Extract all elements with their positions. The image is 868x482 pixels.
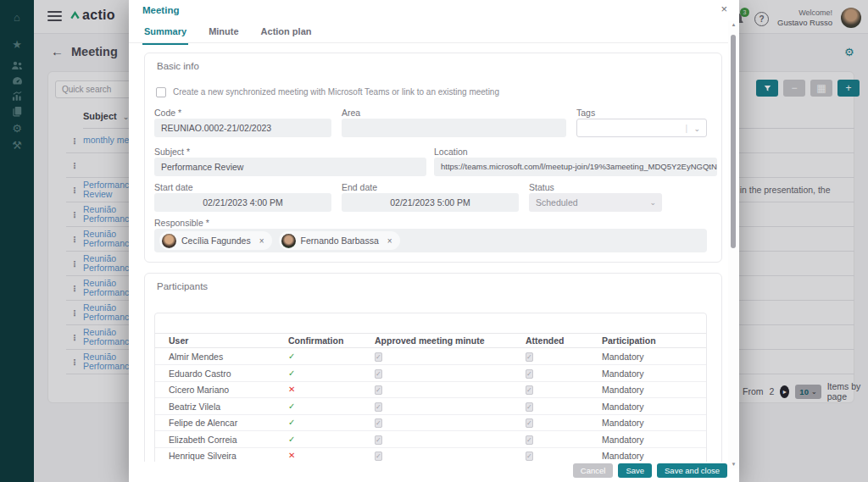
col-attended: Attended bbox=[526, 335, 602, 346]
save-and-close-button[interactable]: Save and close bbox=[657, 463, 727, 478]
col-participation: Participation bbox=[602, 335, 706, 346]
responsible-label: Responsible * bbox=[154, 218, 209, 228]
participant-name: Beatriz Vilela bbox=[169, 402, 288, 412]
teams-sync-label: Create a new synchronized meeting with M… bbox=[173, 87, 499, 97]
participation-value: Mandatory bbox=[602, 368, 706, 379]
attended-checkbox[interactable] bbox=[526, 385, 533, 395]
chevron-down-icon: ⌄ bbox=[649, 193, 656, 212]
confirmation-icon: ✓ bbox=[288, 368, 375, 378]
location-label: Location bbox=[434, 147, 468, 157]
select-divider: | bbox=[685, 119, 687, 138]
participation-value: Mandatory bbox=[602, 435, 706, 445]
participants-table-header: User Confirmation Approved meeting minut… bbox=[155, 333, 706, 348]
location-input[interactable]: https://teams.microsoft.com/l/meetup-joi… bbox=[434, 158, 717, 176]
status-select[interactable]: Scheduled ⌄ bbox=[529, 193, 662, 212]
chevron-down-icon: ⌄ bbox=[693, 119, 700, 138]
responsible-chip: Cecília Fagundes × bbox=[159, 231, 272, 250]
teams-sync-checkbox[interactable] bbox=[156, 87, 166, 97]
scroll-down-icon[interactable]: ▼ bbox=[728, 462, 739, 467]
participant-row: Elizabeth Correia ✓ Mandatory bbox=[155, 431, 706, 448]
participation-value: Mandatory bbox=[602, 352, 706, 362]
area-input[interactable] bbox=[342, 119, 566, 137]
participant-row: Felipe de Alencar ✓ Mandatory bbox=[155, 414, 706, 431]
col-user: User bbox=[169, 335, 288, 346]
tags-label: Tags bbox=[576, 108, 595, 118]
col-approved-minute: Approved meeting minute bbox=[375, 335, 526, 346]
start-date-input[interactable]: 02/21/2023 4:00 PM bbox=[154, 193, 331, 212]
end-date-input[interactable]: 02/21/2023 5:00 PM bbox=[342, 193, 519, 212]
attended-checkbox[interactable] bbox=[526, 369, 533, 379]
participant-row: Eduardo Castro ✓ Mandatory bbox=[155, 365, 706, 382]
cancel-button[interactable]: Cancel bbox=[573, 463, 614, 478]
attended-checkbox[interactable] bbox=[526, 435, 533, 445]
subject-label: Subject * bbox=[154, 147, 190, 157]
modal-scrollbar[interactable]: ▲ ▼ bbox=[728, 20, 739, 468]
approved-minute-checkbox[interactable] bbox=[375, 418, 382, 428]
modal-footer: Cancel Save Save and close bbox=[573, 463, 727, 478]
avatar bbox=[281, 234, 296, 248]
participant-name: Cicero Mariano bbox=[169, 385, 288, 395]
approved-minute-checkbox[interactable] bbox=[375, 369, 382, 379]
participation-value: Mandatory bbox=[602, 418, 706, 428]
close-icon[interactable]: × bbox=[721, 3, 727, 15]
participant-name: Almir Mendes bbox=[169, 352, 288, 362]
attended-checkbox[interactable] bbox=[526, 418, 533, 428]
participant-row: Beatriz Vilela ✓ Mandatory bbox=[155, 398, 706, 415]
basic-info-card: Basic info Create a new synchronized mee… bbox=[144, 53, 722, 263]
responsible-chip: Fernando Barbassa × bbox=[279, 231, 400, 250]
approved-minute-checkbox[interactable] bbox=[375, 352, 382, 362]
confirmation-icon: ✓ bbox=[288, 435, 375, 444]
participant-row: Almir Mendes ✓ Mandatory bbox=[155, 348, 706, 365]
save-button[interactable]: Save bbox=[618, 463, 652, 478]
confirmation-icon: ✓ bbox=[288, 418, 375, 427]
responsible-name: Fernando Barbassa bbox=[301, 235, 379, 246]
approved-minute-checkbox[interactable] bbox=[375, 435, 382, 445]
responsible-name: Cecília Fagundes bbox=[181, 235, 251, 246]
scrollbar-thumb[interactable] bbox=[731, 35, 736, 248]
end-date-label: End date bbox=[342, 182, 377, 192]
participant-name: Felipe de Alencar bbox=[169, 418, 288, 428]
col-confirmation: Confirmation bbox=[288, 335, 375, 346]
status-label: Status bbox=[529, 182, 554, 192]
participant-name: Eduardo Castro bbox=[169, 368, 288, 379]
approved-minute-checkbox[interactable] bbox=[375, 385, 382, 395]
start-date-label: Start date bbox=[154, 182, 193, 192]
meeting-modal: Meeting × Summary Minute Action plan Bas… bbox=[129, 0, 739, 482]
area-label: Area bbox=[342, 108, 360, 118]
confirmation-icon: ✓ bbox=[288, 352, 375, 361]
modal-content: Basic info Create a new synchronized mee… bbox=[129, 44, 729, 462]
participation-value: Mandatory bbox=[602, 385, 706, 395]
participants-card: Participants User Confirmation Approved … bbox=[144, 273, 722, 462]
code-input[interactable]: REUNIAO.0002-21/02/2023 bbox=[154, 119, 331, 137]
participant-name: Elizabeth Correia bbox=[169, 435, 288, 445]
responsible-field[interactable]: Cecília Fagundes × Fernando Barbassa × bbox=[154, 229, 707, 252]
subject-input[interactable]: Performance Review bbox=[154, 158, 426, 176]
attended-checkbox[interactable] bbox=[526, 352, 533, 362]
attended-checkbox[interactable] bbox=[526, 402, 533, 412]
status-value: Scheduled bbox=[536, 197, 578, 208]
attended-checkbox[interactable] bbox=[526, 452, 533, 461]
participants-title: Participants bbox=[157, 281, 208, 291]
approved-minute-checkbox[interactable] bbox=[375, 402, 382, 412]
participant-row: Cicero Mariano ✕ Mandatory bbox=[155, 381, 706, 398]
tabs-divider bbox=[129, 42, 729, 43]
remove-chip-icon[interactable]: × bbox=[259, 236, 264, 246]
scroll-up-icon[interactable]: ▲ bbox=[728, 22, 739, 27]
app-root: ⌂ ★ ⚙ ⚒ actio bbox=[0, 0, 868, 482]
confirmation-icon: ✓ bbox=[288, 402, 375, 411]
basic-info-title: Basic info bbox=[157, 61, 199, 71]
confirmation-icon: ✕ bbox=[288, 451, 375, 460]
modal-title: Meeting bbox=[142, 5, 179, 15]
tags-select[interactable]: | ⌄ bbox=[576, 119, 707, 137]
confirmation-icon: ✕ bbox=[288, 385, 375, 394]
avatar bbox=[162, 234, 176, 248]
code-label: Code * bbox=[154, 108, 181, 118]
participants-table: User Confirmation Approved meeting minut… bbox=[154, 313, 707, 462]
remove-chip-icon[interactable]: × bbox=[387, 236, 392, 246]
participation-value: Mandatory bbox=[602, 451, 706, 461]
approved-minute-checkbox[interactable] bbox=[375, 452, 382, 461]
participant-name: Henrique Silveira bbox=[169, 451, 288, 461]
participation-value: Mandatory bbox=[602, 402, 706, 412]
participant-row: Henrique Silveira ✕ Mandatory bbox=[155, 447, 706, 462]
